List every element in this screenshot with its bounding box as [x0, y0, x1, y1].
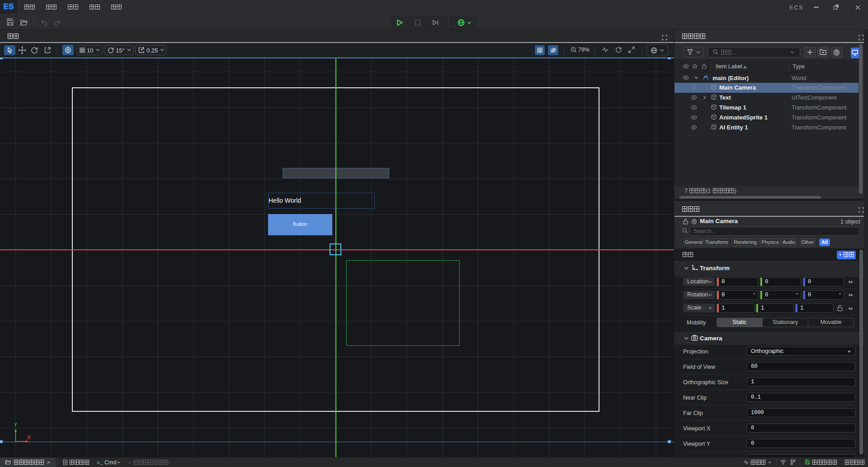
svg-text:Y: Y — [14, 423, 17, 428]
svg-text:X: X — [27, 434, 31, 441]
